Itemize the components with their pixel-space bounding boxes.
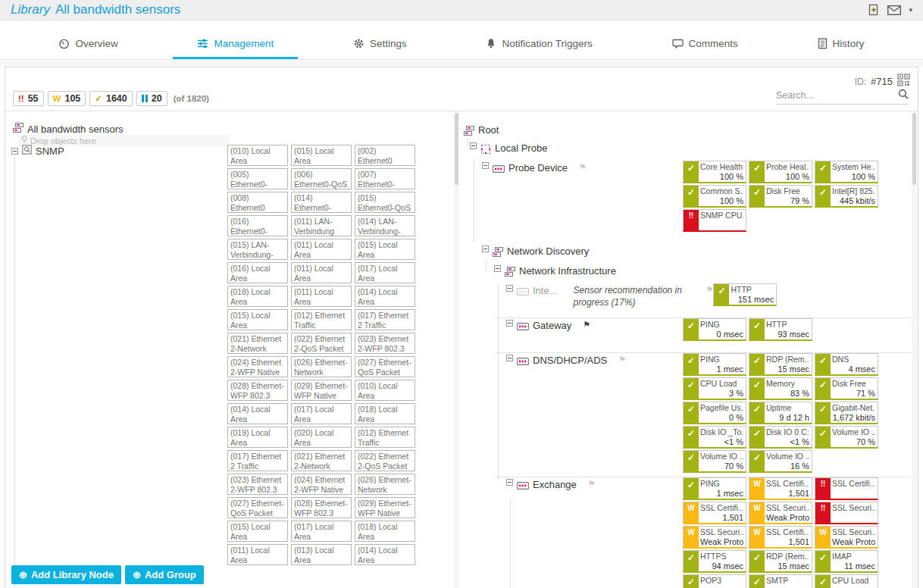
add-library-node-button[interactable]: ⊕ Add Library Node [11,565,121,584]
library-root-node[interactable]: All bandwidth sensors [13,123,123,135]
sensor-chip-ssl-certifi[interactable]: WSSL Certifi...1,501 [683,502,746,524]
sensor-chip-ssl-certifi[interactable]: WSSL Certifi...1,501 [749,477,812,500]
tab-history[interactable]: History [793,31,889,59]
sensor-chip-ssl-certifi[interactable]: !!SSL Certifi... [815,477,878,500]
collapse-icon[interactable] [494,265,501,272]
library-grid-cell[interactable]: (015) Local Area [355,239,415,260]
library-grid-cell[interactable]: (014) Ethernet0-WFP Native [291,192,352,213]
library-grid-cell[interactable]: (027) Ethernet-QoS Packet [227,497,288,518]
badge-warning[interactable]: W105 [48,91,86,106]
library-grid-cell[interactable]: (021) Ethernet 2-Network [291,450,352,471]
library-grid-cell[interactable]: (024) Ethernet 2-WFP Native [227,356,288,377]
library-grid-cell[interactable]: (016) Local Area [227,262,288,283]
sensor-chip-ssl-securi[interactable]: WSSL Securi...Weak Proto... [683,526,746,549]
sensor-chip-ping[interactable]: ✓PING1 msec [683,353,746,376]
collapse-icon[interactable] [506,355,513,361]
library-node-snmp[interactable]: SNMP [11,145,64,157]
library-grid-cell[interactable]: (011) Local Area [291,262,352,283]
collapse-icon[interactable] [482,246,489,252]
collapse-icon[interactable] [506,479,513,486]
qr-code-icon[interactable] [897,74,910,89]
sensor-chip-memory[interactable]: ✓Memory83 % [749,377,812,400]
device-name[interactable]: DNS/DHCP/ADS [533,355,607,366]
search-icon[interactable] [898,89,909,102]
library-grid-cell[interactable]: (017) Ethernet 2 Traffic [355,309,415,330]
library-grid-cell[interactable]: (017) Local Area [291,403,352,424]
library-grid-cell[interactable]: (017) Ethernet 2 Traffic [227,450,288,471]
flag-icon[interactable]: ⚑ [579,162,587,171]
library-grid-cell[interactable]: (012) Ethernet Traffic [355,427,415,448]
library-grid-cell[interactable]: (016) Ethernet0-WFP 802.3 [227,215,288,236]
sensor-chip-disk-io-to[interactable]: ✓Disk IO _To...<1 % [683,426,746,449]
tab-settings[interactable]: Settings [329,31,431,59]
search-input[interactable] [776,90,898,101]
library-grid-cell[interactable]: (010) Local Area [355,380,415,401]
device-name[interactable]: Inte... [533,285,558,296]
sensor-chip-disk-free[interactable]: ✓Disk Free79 % [749,185,812,208]
library-grid-cell[interactable]: (015) Local Area [227,309,288,330]
sensor-chip-http[interactable]: ✓HTTP93 msec [749,318,812,341]
library-grid-cell[interactable]: (020) Local Area [291,427,352,448]
sensor-chip-snmp-cpu[interactable]: !!SNMP CPU... [683,209,746,232]
library-grid-cell[interactable]: (026) Ethernet-Network [355,474,415,495]
library-grid-cell[interactable]: (011) Local Area [291,286,352,307]
library-grid-cell[interactable]: (007) Ethernet0-WFP 802.3 [355,168,415,189]
library-grid-cell[interactable]: (018) Local Area [355,403,415,424]
library-grid-cell[interactable]: (023) Ethernet 2-WFP 802.3 [227,474,288,495]
library-grid-cell[interactable]: (028) Ethernet-WFP 802.3 [291,497,352,518]
library-grid-cell[interactable]: (029) Ethernet-WFP Native [291,380,352,401]
library-grid-cell[interactable]: (022) Ethernet 2-QoS Packet [291,333,352,354]
sensor-chip-disk-free[interactable]: ✓Disk Free71 % [815,377,878,400]
flag-icon[interactable]: ⚑ [706,285,714,294]
sensor-chip-gigabit-net[interactable]: ✓Gigabit-Net...1,672 kbit/s [815,402,878,424]
library-grid-cell[interactable]: (024) Ethernet 2-WFP Native [291,474,352,495]
sensor-chip-http[interactable]: ✓HTTP151 msec [713,283,777,306]
sensor-chip-intel-r-825[interactable]: ✓Intel[R] 825...445 kbit/s [815,185,878,208]
device-name[interactable]: Gateway [533,320,571,331]
tab-management[interactable]: Management [173,31,298,59]
badge-up[interactable]: ✓1640 [89,91,132,106]
library-grid-cell[interactable]: (018) Local Area [227,286,288,307]
library-grid-cell[interactable]: (026) Ethernet-Network [291,356,352,377]
sensor-chip-ssl-securi[interactable]: WSSL Securi...Weak Proto... [749,502,812,524]
library-grid-cell[interactable]: (015) Ethernet0-QoS Packet [355,192,415,213]
add-group-button[interactable]: ⊕ Add Group [125,565,204,584]
library-grid-cell[interactable]: (006) Ethernet0-QoS Packet [291,168,352,189]
library-grid-cell[interactable]: (015) LAN-Verbindung- [227,239,288,260]
library-grid-cell[interactable]: (027) Ethernet-QoS Packet [355,356,415,377]
scrollbar-thumb[interactable] [912,113,916,185]
collapse-icon[interactable] [482,162,489,169]
collapse-icon[interactable] [11,148,18,155]
sensor-chip-volume-io[interactable]: ✓Volume IO ...70 % [815,426,878,449]
library-grid-cell[interactable]: (005) Ethernet0-WFP Native [227,168,288,189]
sensor-chip-ssl-securi[interactable]: !!SSL Securi... [815,502,878,524]
library-grid-cell[interactable]: (028) Ethernet-WFP 802.3 [227,380,288,401]
sensor-chip-pagefile-us[interactable]: ✓Pagefile Us...0 % [683,402,746,424]
sensor-chip-ping[interactable]: ✓PING1 msec [683,477,746,500]
library-grid-cell[interactable]: (013) Local Area [291,544,352,565]
caret-down-icon[interactable]: ▾ [909,6,912,14]
flag-icon[interactable]: ⚑ [588,479,596,488]
sensor-chip-volume-io[interactable]: ✓Volume IO ...16 % [749,450,812,473]
badge-down[interactable]: !!55 [13,91,44,106]
library-grid-cell[interactable]: (017) Local Area [291,521,352,542]
device-name[interactable]: Exchange [533,479,577,490]
sensor-chip-dns[interactable]: ✓DNS4 msec [815,353,878,376]
tab-notification-triggers[interactable]: Notification Triggers [462,31,616,59]
sensor-chip-cpu-load[interactable]: ✓CPU Load3 % [683,377,746,400]
library-grid-cell[interactable]: (015) Local Area [227,521,288,542]
badge-paused[interactable]: 20 [136,91,167,106]
library-grid-cell[interactable]: (029) Ethernet-WFP Native [355,497,415,518]
left-panel-scrollbar[interactable] [454,111,459,588]
library-grid-cell[interactable]: (011) Local Area [227,544,288,565]
library-grid-cell[interactable]: (014) Local Area [355,544,415,565]
library-grid-cell[interactable]: (008) Ethernet0 Traffic [227,192,288,213]
library-grid-cell[interactable]: (015) Local Area [291,145,352,166]
library-grid-cell[interactable]: (017) Local Area [355,262,415,283]
library-grid-cell[interactable]: (022) Ethernet 2-QoS Packet [355,450,415,471]
sensor-chip-uptime[interactable]: ✓Uptime9 d 12 h [749,402,812,424]
sensor-chip-https[interactable]: ✓HTTPS94 msec [683,550,746,573]
flag-icon[interactable]: ⚑ [618,355,626,364]
collapse-icon[interactable] [470,142,477,149]
tab-comments[interactable]: Comments [648,31,762,59]
